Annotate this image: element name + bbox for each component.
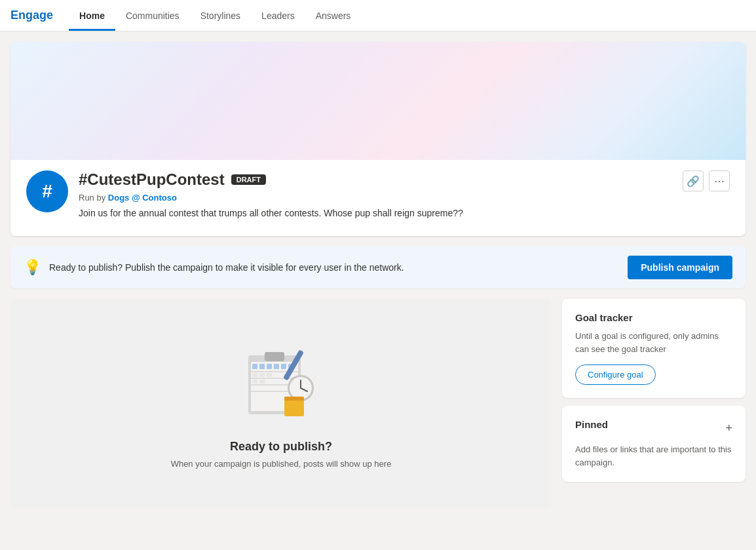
pinned-header: Pinned + bbox=[575, 419, 732, 437]
more-options-button[interactable]: ⋯ bbox=[709, 170, 730, 191]
empty-state-svg bbox=[229, 339, 333, 424]
svg-rect-15 bbox=[267, 373, 272, 377]
brand-logo: Engage bbox=[10, 9, 53, 22]
campaign-title: #CutestPupContest bbox=[79, 170, 225, 189]
pinned-description: Add files or links that are important to… bbox=[575, 443, 732, 469]
svg-rect-14 bbox=[259, 373, 265, 377]
pinned-card: Pinned + Add files or links that are imp… bbox=[562, 406, 746, 482]
nav-answers[interactable]: Answers bbox=[305, 0, 362, 31]
ellipsis-icon: ⋯ bbox=[714, 175, 725, 187]
svg-rect-16 bbox=[252, 380, 257, 383]
lightbulb-icon: 💡 bbox=[24, 259, 41, 276]
empty-state-description: When your campaign is published, posts w… bbox=[171, 459, 392, 469]
hero-banner: # #CutestPupContest DRAFT Run by Dogs @ … bbox=[10, 42, 746, 236]
empty-illustration bbox=[229, 339, 333, 424]
campaign-title-row: #CutestPupContest DRAFT bbox=[79, 170, 672, 189]
pinned-title: Pinned bbox=[575, 419, 608, 430]
sidebar: Goal tracker Until a goal is configured,… bbox=[562, 299, 746, 509]
publish-campaign-button[interactable]: Publish campaign bbox=[628, 256, 732, 279]
run-by-org: Dogs @ Contoso bbox=[108, 193, 177, 203]
svg-rect-10 bbox=[274, 364, 279, 369]
campaign-description: Join us for the annual contest that trum… bbox=[79, 206, 672, 220]
hero-gradient-bg bbox=[10, 42, 746, 160]
lower-section: Ready to publish? When your campaign is … bbox=[10, 299, 746, 509]
campaign-avatar: # bbox=[26, 170, 68, 212]
svg-rect-2 bbox=[265, 352, 284, 361]
run-by-prefix: Run by bbox=[79, 193, 105, 203]
svg-rect-13 bbox=[252, 373, 257, 377]
svg-rect-25 bbox=[284, 397, 304, 401]
svg-rect-7 bbox=[252, 364, 257, 369]
goal-tracker-title: Goal tracker bbox=[575, 312, 732, 323]
nav-leaders[interactable]: Leaders bbox=[251, 0, 305, 31]
publish-banner: 💡 Ready to publish? Publish the campaign… bbox=[10, 246, 746, 288]
svg-rect-9 bbox=[267, 364, 272, 369]
draft-badge: DRAFT bbox=[231, 174, 266, 185]
main-panel: Ready to publish? When your campaign is … bbox=[10, 299, 552, 509]
main-content: # #CutestPupContest DRAFT Run by Dogs @ … bbox=[0, 31, 756, 519]
hero-actions: 🔗 ⋯ bbox=[683, 170, 730, 191]
configure-goal-button[interactable]: Configure goal bbox=[575, 364, 656, 385]
link-icon: 🔗 bbox=[687, 175, 700, 187]
add-pinned-button[interactable]: + bbox=[725, 422, 732, 434]
svg-rect-11 bbox=[281, 364, 286, 369]
empty-state-title: Ready to publish? bbox=[230, 440, 332, 454]
goal-tracker-card: Goal tracker Until a goal is configured,… bbox=[562, 299, 746, 398]
nav-links: Home Communities Storylines Leaders Answ… bbox=[69, 0, 361, 31]
publish-banner-text: Ready to publish? Publish the campaign t… bbox=[49, 262, 620, 273]
nav-storylines[interactable]: Storylines bbox=[190, 0, 251, 31]
run-by: Run by Dogs @ Contoso bbox=[79, 193, 672, 203]
link-icon-button[interactable]: 🔗 bbox=[683, 170, 704, 191]
nav-communities[interactable]: Communities bbox=[115, 0, 190, 31]
nav-home[interactable]: Home bbox=[69, 0, 115, 31]
svg-rect-17 bbox=[259, 380, 265, 383]
campaign-details: #CutestPupContest DRAFT Run by Dogs @ Co… bbox=[79, 170, 672, 220]
hero-info: # #CutestPupContest DRAFT Run by Dogs @ … bbox=[10, 160, 746, 236]
nav-bar: Engage Home Communities Storylines Leade… bbox=[0, 0, 756, 31]
goal-tracker-description: Until a goal is configured, only admins … bbox=[575, 330, 732, 355]
svg-rect-8 bbox=[259, 364, 265, 369]
